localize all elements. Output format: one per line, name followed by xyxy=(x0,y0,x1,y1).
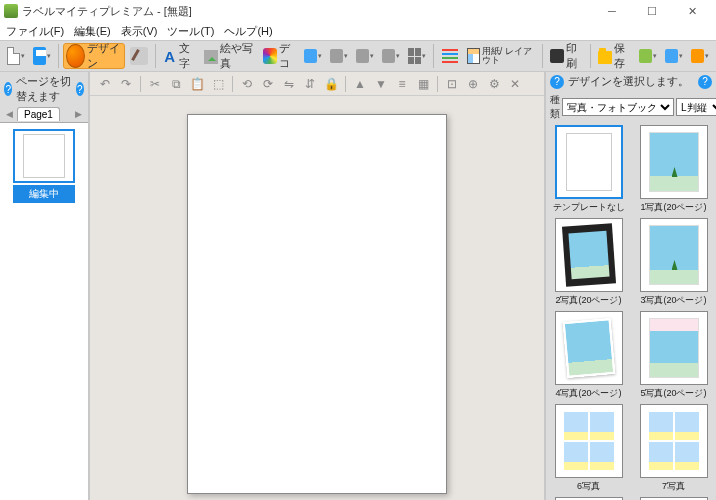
template-caption: 7写真 xyxy=(662,480,685,493)
menu-tool[interactable]: ツール(T) xyxy=(163,22,218,41)
layout-button[interactable]: 用紙/ レイアウト xyxy=(464,43,538,69)
save-label: 保存 xyxy=(614,41,631,71)
help-icon-4[interactable]: ? xyxy=(698,75,712,89)
template-caption: テンプレートなし xyxy=(553,201,625,214)
template-item[interactable]: 5写真(20ページ) xyxy=(633,311,714,400)
template-item[interactable]: 3写真(20ページ) xyxy=(633,218,714,307)
extra-tool-1[interactable] xyxy=(636,43,660,69)
group-button[interactable]: ▦ xyxy=(414,75,432,93)
select-button[interactable]: ⬚ xyxy=(209,75,227,93)
rotate-left-button[interactable]: ⟲ xyxy=(238,75,256,93)
paste-button[interactable]: 📋 xyxy=(188,75,206,93)
print-button[interactable]: 印刷 xyxy=(547,43,586,69)
menu-edit[interactable]: 編集(E) xyxy=(70,22,115,41)
photo-button[interactable]: 絵や写真 xyxy=(201,43,258,69)
flip-v-button[interactable]: ⇵ xyxy=(301,75,319,93)
design-button[interactable]: デザイン xyxy=(63,43,124,69)
template-thumb xyxy=(640,218,708,292)
template-thumb xyxy=(640,125,708,199)
color-bars-icon xyxy=(442,49,458,63)
text-button[interactable]: A 文字 xyxy=(160,43,199,69)
save-split-button[interactable] xyxy=(30,43,54,69)
app-icon xyxy=(4,4,18,18)
deco-tool-4[interactable] xyxy=(379,43,403,69)
template-item[interactable]: 6写真 xyxy=(548,404,629,493)
window-title: ラベルマイティプレミアム - [無題] xyxy=(22,4,592,19)
menu-help[interactable]: ヘルプ(H) xyxy=(220,22,276,41)
canvas-area: ↶ ↷ ✂ ⧉ 📋 ⬚ ⟲ ⟳ ⇋ ⇵ 🔒 ▲ ▼ ≡ ▦ ⊡ ⊕ ⚙ ✕ xyxy=(90,72,544,500)
deco-button[interactable]: デコ xyxy=(260,43,299,69)
size-select[interactable]: L判縦 xyxy=(676,98,716,116)
help-icon-2[interactable]: ? xyxy=(76,82,84,96)
deco-tool-3[interactable] xyxy=(353,43,377,69)
save-button[interactable]: 保存 xyxy=(595,43,634,69)
maximize-button[interactable]: ☐ xyxy=(632,1,672,21)
rotate-right-button[interactable]: ⟳ xyxy=(259,75,277,93)
delete-button[interactable]: ✕ xyxy=(506,75,524,93)
align-button[interactable]: ≡ xyxy=(393,75,411,93)
cut-button[interactable]: ✂ xyxy=(146,75,164,93)
export-icon xyxy=(639,49,652,63)
brush-icon xyxy=(130,47,148,65)
properties-button[interactable]: ⚙ xyxy=(485,75,503,93)
insert-button[interactable]: ⊕ xyxy=(464,75,482,93)
menu-file[interactable]: ファイル(F) xyxy=(2,22,68,41)
prev-page-button[interactable]: ◀ xyxy=(2,109,17,119)
close-button[interactable]: ✕ xyxy=(672,1,712,21)
template-item[interactable]: 4写真(20ページ) xyxy=(548,311,629,400)
type-select[interactable]: 写真・フォトブック xyxy=(562,98,674,116)
page-thumbnail[interactable] xyxy=(13,129,75,183)
flip-h-button[interactable]: ⇋ xyxy=(280,75,298,93)
template-item[interactable]: 7写真 xyxy=(633,404,714,493)
deco-tool-2[interactable] xyxy=(327,43,351,69)
template-caption: 3写真(20ページ) xyxy=(640,294,706,307)
copy-button[interactable]: ⧉ xyxy=(167,75,185,93)
new-button[interactable] xyxy=(4,43,28,69)
line-icon xyxy=(382,49,395,63)
next-page-button[interactable]: ▶ xyxy=(71,109,86,119)
template-thumb xyxy=(640,404,708,478)
undo-button[interactable]: ↶ xyxy=(96,75,114,93)
main-toolbar: デザイン A 文字 絵や写真 デコ 用紙/ レイアウト 印刷 保存 xyxy=(0,40,716,72)
edit-toolbar: ↶ ↷ ✂ ⧉ 📋 ⬚ ⟲ ⟳ ⇋ ⇵ 🔒 ▲ ▼ ≡ ▦ ⊡ ⊕ ⚙ ✕ xyxy=(90,72,544,96)
zoom-fit-button[interactable]: ⊡ xyxy=(443,75,461,93)
layout-label: 用紙/ レイアウト xyxy=(482,47,535,65)
deco-tool-5[interactable] xyxy=(405,43,429,69)
grid-icon xyxy=(408,48,421,64)
help-icon[interactable]: ? xyxy=(4,82,12,96)
share-icon xyxy=(665,49,678,63)
settings-icon xyxy=(691,49,704,63)
help-icon-3[interactable]: ? xyxy=(550,75,564,89)
stamp-icon xyxy=(330,49,343,63)
template-thumb xyxy=(555,218,623,292)
design-icon xyxy=(66,44,85,68)
photo-label: 絵や写真 xyxy=(220,41,255,71)
menu-view[interactable]: 表示(V) xyxy=(117,22,162,41)
brush-button[interactable] xyxy=(127,43,151,69)
send-back-button[interactable]: ▼ xyxy=(372,75,390,93)
template-item[interactable]: 2写真(20ページ) xyxy=(548,218,629,307)
extra-tool-3[interactable] xyxy=(688,43,712,69)
deco-label: デコ xyxy=(279,41,296,71)
minimize-button[interactable]: ─ xyxy=(592,1,632,21)
page-tab[interactable]: Page1 xyxy=(17,107,60,121)
photo-icon xyxy=(204,50,218,64)
canvas-page[interactable] xyxy=(187,114,447,494)
template-caption: 2写真(20ページ) xyxy=(555,294,621,307)
redo-button[interactable]: ↷ xyxy=(117,75,135,93)
shape-icon xyxy=(304,49,317,63)
text-icon: A xyxy=(163,48,177,65)
extra-tool-2[interactable] xyxy=(662,43,686,69)
lock-button[interactable]: 🔒 xyxy=(322,75,340,93)
page-panel: ? ページを切替えます ? ◀ Page1 ▶ 編集中 xyxy=(0,72,90,500)
color-bars-button[interactable] xyxy=(438,43,462,69)
text-label: 文字 xyxy=(179,41,196,71)
frame-icon xyxy=(356,49,369,63)
bring-front-button[interactable]: ▲ xyxy=(351,75,369,93)
deco-tool-1[interactable] xyxy=(301,43,325,69)
template-item[interactable]: テンプレートなし xyxy=(548,125,629,214)
template-caption: 4写真(20ページ) xyxy=(555,387,621,400)
type-label: 種類 xyxy=(550,93,560,121)
template-item[interactable]: 1写真(20ページ) xyxy=(633,125,714,214)
template-list: テンプレートなし1写真(20ページ)2写真(20ページ)3写真(20ページ)4写… xyxy=(546,123,716,500)
